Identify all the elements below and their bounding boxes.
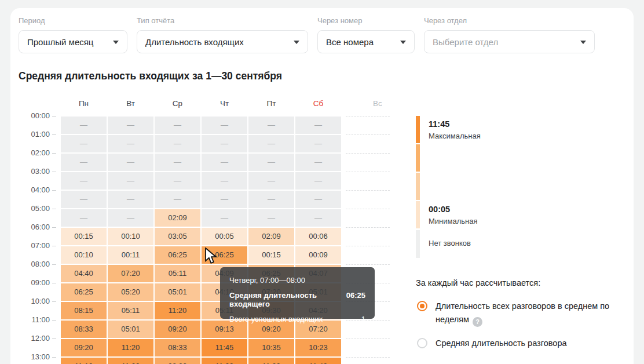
heatmap-cell[interactable]: —	[202, 154, 247, 171]
sunday-empty-line	[346, 227, 390, 228]
report-type-select[interactable]: Длительность входящих	[137, 30, 308, 53]
heatmap-cell[interactable]: —	[202, 191, 247, 208]
heatmap-cell[interactable]: —	[202, 135, 247, 152]
heatmap-cell[interactable]: 06:25	[61, 283, 107, 301]
heatmap-cell[interactable]: —	[108, 172, 153, 190]
heatmap-cell[interactable]: 05:11	[108, 302, 153, 319]
heatmap-cell[interactable]: —	[108, 154, 153, 171]
heatmap-cell[interactable]: —	[108, 209, 153, 227]
sunday-empty-line	[346, 209, 390, 209]
heatmap-cell[interactable]: 00:05	[202, 228, 247, 245]
heatmap-cell[interactable]: —	[155, 154, 200, 171]
heatmap-cell[interactable]: 00:06	[295, 228, 341, 245]
time-label: 07:00	[12, 241, 50, 251]
heatmap-cell[interactable]: —	[202, 117, 247, 134]
heatmap-cell[interactable]: 11:20	[108, 339, 153, 356]
heatmap-cell[interactable]: 11:45	[202, 339, 247, 356]
heatmap-cell[interactable]: —	[61, 191, 107, 208]
heatmap-cell[interactable]: —	[61, 135, 107, 152]
help-icon[interactable]: ?	[473, 317, 482, 327]
radio-option-label[interactable]: Средняя длительность разговора	[436, 337, 627, 350]
heatmap-cell[interactable]: —	[248, 191, 294, 208]
heatmap-cell[interactable]: 08:33	[61, 321, 107, 338]
heatmap-cell[interactable]: 11:10	[61, 358, 107, 364]
chevron-down-icon	[400, 41, 406, 44]
heatmap-cell[interactable]: —	[248, 154, 294, 171]
heatmap-cell[interactable]: 00:15	[61, 228, 107, 245]
heatmap-cell[interactable]: 00:10	[108, 228, 153, 245]
heatmap-cell[interactable]: 05:01	[155, 283, 200, 301]
heatmap-cell[interactable]: 00:11	[108, 246, 153, 264]
heatmap-cell[interactable]: 00:15	[248, 246, 294, 264]
number-select[interactable]: Все номера	[317, 30, 415, 53]
heatmap-cell[interactable]: 02:09	[155, 209, 200, 227]
time-tick	[52, 153, 56, 154]
heatmap-cell[interactable]: —	[155, 117, 200, 134]
heatmap-cell[interactable]: 05:11	[155, 265, 200, 282]
heatmap-cell[interactable]: —	[108, 117, 153, 134]
day-header-Вс: Вс	[354, 99, 401, 108]
heatmap-cell[interactable]: 05:01	[108, 321, 153, 338]
heatmap-cell[interactable]: 06:25	[155, 246, 200, 264]
time-label: 08:00	[12, 259, 50, 270]
sunday-empty-line	[346, 264, 390, 265]
tooltip-count-value: 1	[361, 315, 365, 323]
tooltip-metric-label: Средняя длительность входящего	[229, 291, 346, 308]
radio-selected[interactable]	[417, 301, 427, 311]
heatmap-cell[interactable]: —	[295, 154, 341, 171]
heatmap-cell[interactable]: 10:35	[248, 339, 294, 356]
heatmap-cell[interactable]: —	[202, 209, 247, 227]
time-tick	[52, 357, 56, 358]
sunday-empty-line	[346, 357, 390, 358]
heatmap-cell[interactable]: —	[295, 209, 341, 227]
heatmap-cell[interactable]: —	[155, 135, 200, 152]
heatmap-cell[interactable]: 11:43	[295, 358, 341, 364]
time-label: 00:00	[12, 111, 50, 121]
heatmap-cell[interactable]: —	[108, 135, 153, 152]
heatmap-cell[interactable]: —	[248, 172, 294, 190]
heatmap-cell[interactable]: —	[295, 117, 341, 134]
period-select[interactable]: Прошлый месяц	[19, 30, 127, 53]
heatmap-cell[interactable]: 00:09	[295, 246, 341, 264]
heatmap-cell[interactable]: —	[61, 209, 107, 227]
sunday-empty-line	[346, 190, 390, 191]
heatmap-cell[interactable]: —	[155, 172, 200, 190]
heatmap-cell[interactable]: 08:33	[155, 358, 200, 364]
heatmap-cell[interactable]: —	[108, 191, 153, 208]
heatmap-cell[interactable]: 05:20	[108, 283, 153, 301]
heatmap-cell[interactable]: 11:20	[248, 358, 294, 364]
heatmap-cell[interactable]: 11:20	[108, 358, 153, 364]
heatmap-cell[interactable]: —	[295, 172, 341, 190]
heatmap-cell[interactable]: 03:05	[155, 228, 200, 245]
radio-option-label[interactable]: Длительность всех разговоров в среднем п…	[436, 300, 627, 327]
heatmap-cell[interactable]: 09:20	[155, 321, 200, 338]
heatmap-cell[interactable]: 09:20	[61, 339, 107, 356]
department-select[interactable]: Выберите отдел	[424, 30, 595, 53]
heatmap-cell[interactable]: —	[248, 117, 294, 134]
heatmap-cell[interactable]: —	[61, 117, 107, 134]
heatmap-cell[interactable]: —	[61, 172, 107, 190]
heatmap-cell[interactable]: 08:33	[155, 339, 200, 356]
heatmap-cell[interactable]: —	[248, 209, 294, 227]
heatmap-cell[interactable]: 00:10	[61, 246, 107, 264]
heatmap-cell[interactable]: —	[248, 135, 294, 152]
heatmap-cell[interactable]: 11:30	[202, 358, 247, 364]
heatmap-cell[interactable]: —	[295, 135, 341, 152]
heatmap-cell[interactable]: 07:20	[108, 265, 153, 282]
time-label: 03:00	[12, 166, 50, 177]
legend-segment-0	[416, 116, 420, 143]
time-tick	[52, 190, 56, 191]
chevron-down-icon	[294, 41, 299, 44]
chevron-down-icon	[113, 41, 119, 44]
heatmap-cell[interactable]: 11:20	[155, 302, 200, 319]
heatmap-cell[interactable]: —	[295, 191, 341, 208]
heatmap-cell[interactable]: 04:40	[61, 265, 107, 282]
heatmap-cell[interactable]: —	[155, 191, 200, 208]
time-tick	[52, 134, 56, 135]
heatmap-cell[interactable]: 10:23	[295, 339, 341, 356]
heatmap-cell[interactable]: —	[61, 154, 107, 171]
radio-unselected[interactable]	[417, 338, 427, 348]
heatmap-cell[interactable]: 02:09	[248, 228, 294, 245]
heatmap-cell[interactable]: 08:15	[61, 302, 107, 319]
heatmap-cell[interactable]: —	[202, 172, 247, 190]
